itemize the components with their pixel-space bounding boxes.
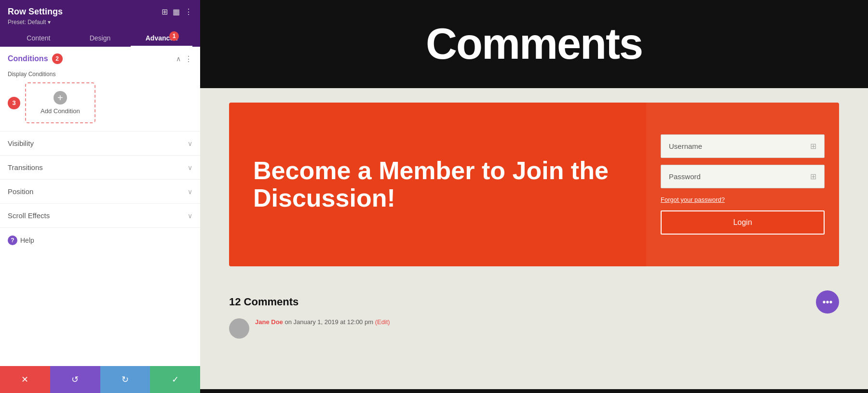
cancel-button[interactable]: ✕ — [0, 366, 50, 393]
username-placeholder: Username — [669, 142, 702, 150]
help-row[interactable]: ? Help — [0, 228, 200, 253]
scroll-effects-chevron-icon: ∨ — [188, 212, 192, 220]
add-condition-label: Add Condition — [41, 107, 80, 115]
password-icon: ⊞ — [810, 172, 816, 181]
visibility-chevron-icon: ∨ — [188, 140, 192, 147]
advanced-tab-badge: 1 — [169, 31, 179, 41]
comments-header: Comments — [200, 0, 868, 88]
login-right: Username ⊞ Password ⊞ Forgot your passwo… — [646, 103, 839, 266]
visibility-section[interactable]: Visibility ∨ — [0, 131, 200, 156]
redo-button[interactable]: ↻ — [100, 366, 150, 393]
undo-button[interactable]: ↺ — [50, 366, 100, 393]
visibility-title: Visibility — [8, 139, 34, 147]
password-placeholder: Password — [669, 172, 701, 181]
left-panel: Row Settings ⊞ ▦ ⋮ Preset: Default Conte… — [0, 0, 200, 393]
tabs-row: Content Design Advanced 1 — [8, 29, 192, 47]
panel-header: Row Settings ⊞ ▦ ⋮ Preset: Default Conte… — [0, 0, 200, 47]
transitions-chevron-icon: ∨ — [188, 164, 192, 171]
display-conditions: Display Conditions 3 + Add Condition — [0, 71, 200, 131]
comments-count: 12 Comments — [229, 296, 298, 308]
password-input[interactable]: Password ⊞ — [661, 165, 825, 188]
columns-icon[interactable]: ▦ — [173, 7, 180, 16]
help-icon: ? — [8, 236, 17, 245]
tab-design[interactable]: Design — [69, 29, 131, 47]
conditions-title: Conditions — [8, 54, 48, 63]
comment-avatar — [229, 318, 249, 339]
panel-body: Conditions 2 ∧ ⋮ Display Conditions 3 + … — [0, 47, 200, 366]
username-icon: ⊞ — [810, 142, 816, 151]
preset-label[interactable]: Preset: Default — [8, 19, 51, 26]
add-condition-area: 3 + Add Condition — [8, 82, 192, 123]
bottom-bar — [200, 389, 868, 393]
comments-menu-button[interactable]: ••• — [816, 290, 839, 314]
display-conditions-label: Display Conditions — [8, 71, 192, 78]
tab-content[interactable]: Content — [8, 29, 69, 47]
login-headline: Become a Member to Join the Discussion! — [253, 157, 622, 212]
conditions-title-row: Conditions 2 — [8, 53, 63, 64]
scroll-effects-section[interactable]: Scroll Effects ∨ — [0, 204, 200, 228]
comment-edit-link[interactable]: (Edit) — [375, 318, 390, 326]
expand-icon[interactable]: ⊞ — [162, 7, 168, 16]
comment-row: Jane Doe on January 1, 2019 at 12:00 pm … — [200, 314, 868, 343]
conditions-badge: 2 — [52, 53, 63, 64]
right-content: Comments Become a Member to Join the Dis… — [200, 0, 868, 393]
forgot-password-link[interactable]: Forgot your password? — [661, 196, 725, 203]
panel-footer: ✕ ↺ ↻ ✓ — [0, 366, 200, 393]
comment-date: on January 1, 2019 at 12:00 pm — [285, 318, 375, 326]
comment-meta: Jane Doe on January 1, 2019 at 12:00 pm … — [255, 318, 390, 326]
comment-author: Jane Doe — [255, 318, 283, 326]
position-chevron-icon: ∨ — [188, 188, 192, 196]
tab-advanced[interactable]: Advanced 1 — [131, 29, 192, 47]
add-condition-plus-icon: + — [54, 91, 67, 105]
transitions-title: Transitions — [8, 163, 43, 171]
save-button[interactable]: ✓ — [150, 366, 200, 393]
conditions-controls: ∧ ⋮ — [176, 54, 192, 64]
position-title: Position — [8, 187, 33, 196]
help-label: Help — [20, 236, 34, 244]
login-button[interactable]: Login — [661, 210, 825, 235]
scroll-effects-title: Scroll Effects — [8, 211, 50, 220]
comments-count-section: 12 Comments ••• — [200, 281, 868, 314]
panel-title: Row Settings — [8, 7, 63, 17]
transitions-section[interactable]: Transitions ∨ — [0, 156, 200, 180]
username-input[interactable]: Username ⊞ — [661, 134, 825, 158]
position-section[interactable]: Position ∨ — [0, 180, 200, 204]
conditions-menu-icon[interactable]: ⋮ — [185, 54, 192, 64]
header-icons: ⊞ ▦ ⋮ — [162, 7, 192, 16]
login-card: Become a Member to Join the Discussion! … — [229, 103, 839, 266]
login-left: Become a Member to Join the Discussion! — [229, 103, 646, 266]
conditions-header: Conditions 2 ∧ ⋮ — [0, 47, 200, 71]
step-badge-3: 3 — [8, 97, 20, 109]
menu-icon[interactable]: ⋮ — [185, 7, 192, 16]
page-title: Comments — [210, 19, 858, 69]
conditions-collapse-icon[interactable]: ∧ — [176, 55, 181, 63]
conditions-section: Conditions 2 ∧ ⋮ Display Conditions 3 + … — [0, 47, 200, 131]
login-section: Become a Member to Join the Discussion! … — [200, 88, 868, 281]
add-condition-button[interactable]: + Add Condition — [25, 82, 95, 123]
